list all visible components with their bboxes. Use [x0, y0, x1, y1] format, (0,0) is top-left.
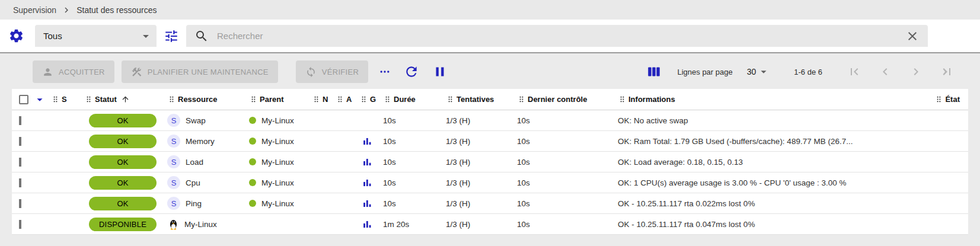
resource-cell[interactable]: S My-Linux	[167, 218, 249, 231]
chevron-down-icon	[139, 29, 153, 43]
pause-autorefresh-button[interactable]	[432, 64, 448, 79]
drag-indicator-icon[interactable]	[517, 94, 526, 104]
parent-cell[interactable]: My-Linux	[249, 178, 312, 187]
resource-cell[interactable]: S Cpu	[167, 176, 249, 189]
search-input[interactable]	[217, 31, 897, 41]
column-header-ressource[interactable]: Ressource	[167, 94, 249, 104]
search-field[interactable]	[186, 25, 928, 47]
column-header-n[interactable]: N	[312, 94, 336, 104]
resource-cell[interactable]: S Load	[167, 155, 249, 168]
drag-indicator-icon[interactable]	[51, 94, 60, 104]
graph-icon[interactable]	[362, 136, 373, 147]
column-header-tentatives[interactable]: Tentatives	[446, 94, 517, 104]
selection-menu-caret-icon[interactable]	[33, 93, 46, 106]
column-header-a[interactable]: A	[336, 94, 359, 104]
breadcrumb-statut-des-ressources[interactable]: Statut des ressources	[76, 5, 157, 15]
next-page-button[interactable]	[909, 65, 923, 79]
table-row[interactable]: OK S Swap My-Linux 10s 1/3 (H) 10s OK: N…	[12, 110, 968, 131]
status-cell: OK	[84, 197, 167, 210]
resource-cell[interactable]: S Ping	[167, 197, 249, 210]
refresh-icon	[404, 64, 419, 79]
graph-icon[interactable]	[362, 219, 373, 230]
parent-cell[interactable]: My-Linux	[249, 116, 312, 125]
search-icon	[194, 29, 209, 43]
table-row[interactable]: OK S Cpu My-Linux 10s 1/3 (H) 10s OK: 1 …	[12, 172, 968, 193]
column-header-etat[interactable]: État	[885, 94, 968, 104]
parent-cell[interactable]: My-Linux	[249, 137, 312, 146]
parent-cell[interactable]	[249, 221, 312, 228]
toolbar: ACQUITTER PLANIFIER UNE MAINTENANCE VÉRI…	[0, 58, 980, 85]
acknowledge-button[interactable]: ACQUITTER	[33, 60, 114, 83]
table-row[interactable]: DISPONIBLE S My-Linux 1m 20s 1/3 (H) 10s…	[12, 214, 968, 235]
previous-page-button[interactable]	[878, 65, 892, 79]
view-columns-icon	[646, 64, 662, 79]
breadcrumb-supervision[interactable]: Supervision	[13, 5, 56, 15]
table-row[interactable]: OK S Load My-Linux 10s 1/3 (H) 10s OK: L…	[12, 152, 968, 172]
row-checkbox[interactable]	[19, 199, 21, 208]
select-all-checkbox[interactable]	[19, 95, 28, 104]
resource-name: Ping	[186, 199, 202, 208]
plan-maintenance-button-label: PLANIFIER UNE MAINTENANCE	[148, 68, 269, 76]
filter-select-value: Tous	[43, 31, 62, 41]
graph-icon[interactable]	[362, 177, 373, 189]
drag-indicator-icon[interactable]	[359, 94, 368, 104]
parent-status-dot	[249, 158, 256, 165]
table-row[interactable]: OK S Memory My-Linux 10s 1/3 (H) 10s OK:…	[12, 131, 968, 152]
column-header-dernier-controle[interactable]: Dernier contrôle	[517, 94, 618, 104]
graph-cell	[359, 177, 383, 189]
check-button[interactable]: VÉRIFIER	[296, 60, 368, 83]
gear-icon[interactable]	[8, 28, 24, 44]
graph-icon[interactable]	[362, 198, 373, 209]
drag-indicator-icon[interactable]	[336, 94, 344, 104]
tune-filter-icon[interactable]	[164, 28, 179, 44]
column-header-g[interactable]: G	[359, 94, 383, 104]
service-icon: S	[167, 176, 180, 189]
duration-cell: 10s	[383, 199, 446, 208]
drag-indicator-icon[interactable]	[84, 94, 93, 104]
check-button-label: VÉRIFIER	[322, 68, 359, 76]
rows-per-page-select[interactable]: 30	[747, 65, 771, 78]
column-header-duree[interactable]: Durée	[383, 94, 446, 104]
resource-name: My-Linux	[184, 220, 217, 229]
edit-columns-button[interactable]	[646, 64, 662, 79]
person-icon	[42, 66, 53, 78]
drag-indicator-icon[interactable]	[618, 94, 627, 104]
row-checkbox[interactable]	[19, 178, 21, 187]
graph-cell	[359, 219, 383, 230]
column-header-statut[interactable]: Statut	[84, 94, 167, 104]
row-checkbox[interactable]	[19, 158, 21, 167]
refresh-button[interactable]	[404, 64, 419, 79]
drag-indicator-icon[interactable]	[249, 94, 258, 104]
column-header-informations[interactable]: Informations	[618, 94, 885, 104]
filter-bar: Tous	[0, 20, 980, 53]
parent-cell[interactable]: My-Linux	[249, 199, 312, 208]
column-header-severity[interactable]: S	[51, 94, 84, 104]
close-icon[interactable]	[905, 29, 920, 43]
drag-indicator-icon[interactable]	[312, 94, 321, 104]
resource-cell[interactable]: S Swap	[167, 114, 249, 127]
rows-per-page-value: 30	[747, 67, 756, 76]
row-checkbox[interactable]	[19, 137, 21, 146]
first-page-button[interactable]	[847, 65, 861, 79]
more-actions-button[interactable]	[379, 66, 391, 78]
column-header-parent[interactable]: Parent	[249, 94, 312, 104]
graph-icon[interactable]	[362, 156, 373, 168]
status-cell: OK	[84, 114, 167, 127]
drag-indicator-icon[interactable]	[934, 94, 943, 104]
table-body: OK S Swap My-Linux 10s 1/3 (H) 10s OK: N…	[12, 110, 968, 235]
last-page-button[interactable]	[940, 65, 954, 79]
first-page-icon	[847, 65, 861, 79]
table-row[interactable]: OK S Ping My-Linux 10s 1/3 (H) 10s OK - …	[12, 193, 968, 214]
row-checkbox[interactable]	[19, 116, 21, 125]
drag-indicator-icon[interactable]	[167, 94, 176, 104]
info-cell: OK: No active swap	[618, 116, 885, 125]
parent-cell[interactable]: My-Linux	[249, 158, 312, 167]
filter-select[interactable]: Tous	[35, 25, 157, 47]
resource-cell[interactable]: S Memory	[167, 135, 249, 148]
row-checkbox[interactable]	[19, 220, 21, 229]
sort-asc-icon	[121, 95, 130, 104]
plan-maintenance-button[interactable]: PLANIFIER UNE MAINTENANCE	[122, 60, 278, 83]
parent-name: My-Linux	[261, 178, 294, 187]
drag-indicator-icon[interactable]	[446, 94, 455, 104]
drag-indicator-icon[interactable]	[383, 94, 392, 104]
